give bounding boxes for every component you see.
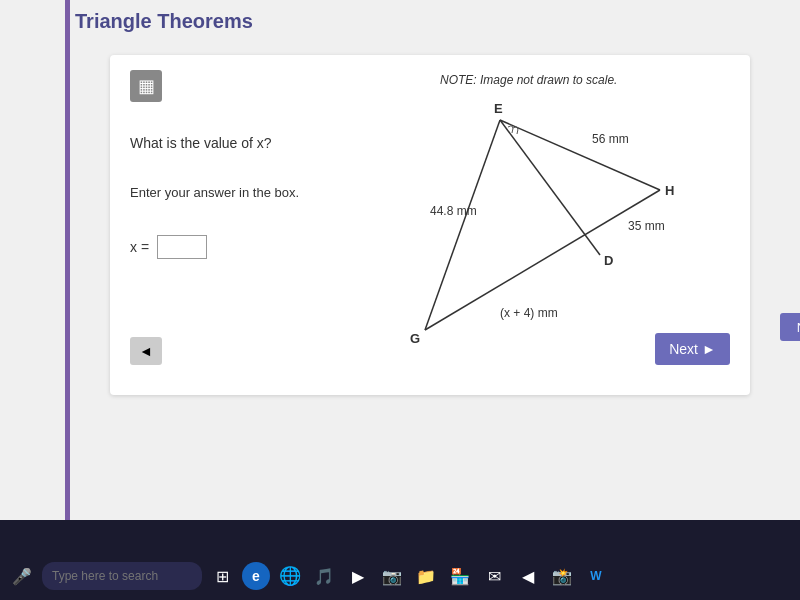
word-icon[interactable]: W	[582, 562, 610, 590]
note-text: NOTE: Image not drawn to scale.	[440, 73, 617, 87]
main-content: Triangle Theorems ▦ NOTE: Image not draw…	[0, 0, 800, 520]
vertex-D: D	[604, 253, 613, 268]
label-GD: (x + 4) mm	[500, 306, 558, 320]
label-EH: 56 mm	[592, 132, 629, 146]
taskbar: 🎤 ⊞ e 🌐 🎵 ▶ 📷 📁 🏪 ✉ ◀ 📸 W	[0, 552, 800, 600]
microphone-icon[interactable]: 🎤	[8, 562, 36, 590]
calculator-icon[interactable]: ▦	[130, 70, 162, 102]
files-icon[interactable]: 📁	[412, 562, 440, 590]
chrome-icon[interactable]: 🌐	[276, 562, 304, 590]
question-card: ▦ NOTE: Image not drawn to scale. What i…	[110, 55, 750, 395]
back-button[interactable]: ◄	[130, 337, 162, 365]
mail-icon[interactable]: ✉	[480, 562, 508, 590]
svg-line-3	[500, 120, 600, 255]
vertex-G: G	[410, 331, 420, 346]
edge-browser-icon[interactable]: e	[242, 562, 270, 590]
instruction-text: Enter your answer in the box.	[130, 185, 299, 200]
triangle-svg: E H D G 56 mm 44.8 mm 35 mm (x + 4) mm	[370, 95, 730, 365]
label-DH: 35 mm	[628, 219, 665, 233]
vertex-E: E	[494, 101, 503, 116]
next-button-small[interactable]: Next	[780, 313, 800, 341]
answer-label: x =	[130, 239, 149, 255]
store-icon[interactable]: 🏪	[446, 562, 474, 590]
svg-line-2	[425, 120, 500, 330]
next-button-large[interactable]: Next ►	[655, 333, 730, 365]
play-icon[interactable]: ▶	[344, 562, 372, 590]
arrow-icon[interactable]: ◀	[514, 562, 542, 590]
vertex-H: H	[665, 183, 674, 198]
question-text: What is the value of x?	[130, 135, 272, 151]
answer-area: x =	[130, 235, 207, 259]
purple-accent-bar	[65, 0, 70, 520]
answer-input[interactable]	[157, 235, 207, 259]
music-icon[interactable]: 🎵	[310, 562, 338, 590]
task-view-icon[interactable]: ⊞	[208, 562, 236, 590]
svg-line-0	[500, 120, 660, 190]
label-EG: 44.8 mm	[430, 204, 477, 218]
triangle-diagram: E H D G 56 mm 44.8 mm 35 mm (x + 4) mm	[370, 95, 730, 365]
page-title: Triangle Theorems	[75, 10, 253, 33]
photos-icon[interactable]: 📷	[378, 562, 406, 590]
taskbar-search-input[interactable]	[42, 562, 202, 590]
camera-icon[interactable]: 📸	[548, 562, 576, 590]
